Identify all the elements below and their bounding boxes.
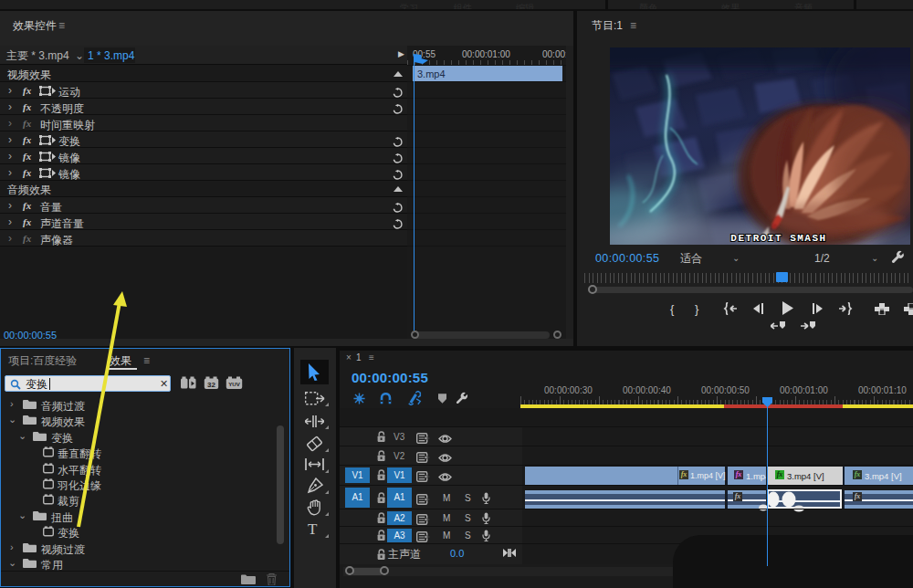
svg-text:DETROIT SMASH: DETROIT SMASH xyxy=(730,233,826,244)
svg-text:YUV: YUV xyxy=(228,381,241,387)
svg-text:32: 32 xyxy=(207,381,215,389)
